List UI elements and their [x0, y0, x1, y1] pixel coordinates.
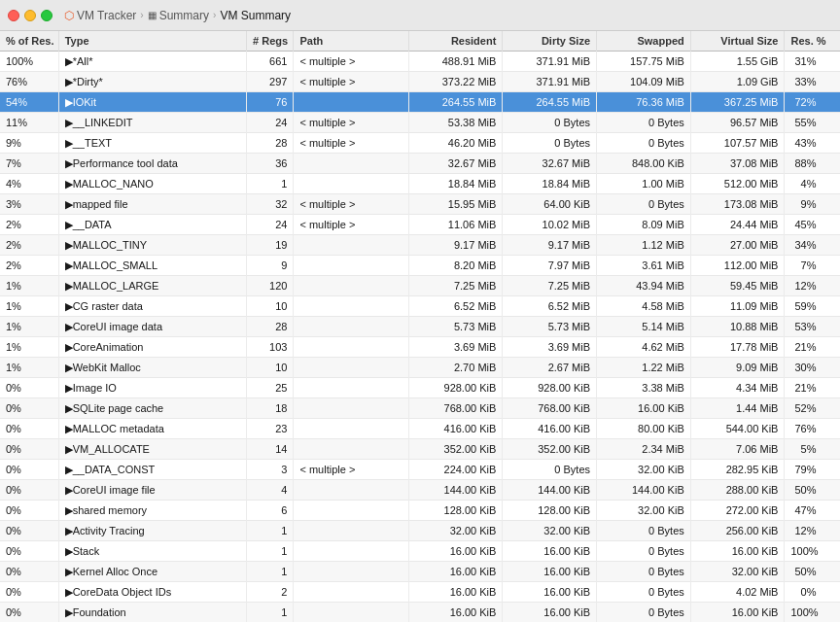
table-row[interactable]: 54%▶IOKit76264.55 MiB264.55 MiB76.36 MiB…	[0, 92, 840, 113]
cell-virtual: 96.57 MiB	[690, 113, 785, 133]
cell-regs: 120	[247, 276, 294, 296]
table-row[interactable]: 2%▶MALLOC_SMALL98.20 MiB7.97 MiB3.61 MiB…	[0, 256, 840, 276]
table-row[interactable]: 1%▶CoreUI image data285.73 MiB5.73 MiB5.…	[0, 317, 840, 337]
table-row[interactable]: 76%▶*Dirty*297< multiple >373.22 MiB371.…	[0, 72, 840, 92]
res-bar-label: 12%	[790, 278, 816, 294]
cell-type: ▶IOKit	[58, 92, 246, 113]
col-header-res-bar[interactable]: Res. %	[785, 31, 840, 52]
cell-path: < multiple >	[294, 194, 408, 215]
traffic-lights	[8, 10, 52, 21]
table-row[interactable]: 0%▶VM_ALLOCATE14352.00 KiB352.00 KiB2.34…	[0, 439, 840, 460]
table-row[interactable]: 2%▶MALLOC_TINY199.17 MiB9.17 MiB1.12 MiB…	[0, 235, 840, 256]
cell-res-bar: 100%	[785, 541, 840, 562]
cell-path	[294, 439, 408, 460]
cell-virtual: 112.00 MiB	[690, 256, 785, 276]
breadcrumb-app[interactable]: ⬡ VM Tracker	[64, 9, 136, 22]
table-row[interactable]: 0%▶Image IO25928.00 KiB928.00 KiB3.38 Mi…	[0, 378, 840, 398]
col-header-res-pct[interactable]: % of Res. ▼	[0, 31, 58, 52]
cell-dirty: 9.17 MiB	[503, 235, 597, 256]
table-row[interactable]: 0%▶Foundation116.00 KiB16.00 KiB0 Bytes1…	[0, 603, 840, 623]
table-row[interactable]: 2%▶__DATA24< multiple >11.06 MiB10.02 Mi…	[0, 215, 840, 235]
cell-path	[294, 235, 408, 256]
cell-type: ▶MALLOC metadata	[58, 419, 246, 439]
table-row[interactable]: 4%▶MALLOC_NANO118.84 MiB18.84 MiB1.00 Mi…	[0, 174, 840, 194]
table-row[interactable]: 0%▶Kernel Alloc Once116.00 KiB16.00 KiB0…	[0, 562, 840, 582]
cell-dirty: 7.25 MiB	[503, 276, 597, 296]
cell-swapped: 0 Bytes	[597, 521, 691, 541]
table-row[interactable]: 1%▶CoreAnimation1033.69 MiB3.69 MiB4.62 …	[0, 337, 840, 358]
cell-res-bar: 72%	[785, 92, 840, 113]
cell-dirty: 144.00 KiB	[503, 480, 597, 501]
cell-res-pct: 0%	[0, 419, 58, 439]
cell-type: ▶Foundation	[58, 603, 246, 623]
cell-dirty: 416.00 KiB	[503, 419, 597, 439]
cell-path	[294, 358, 408, 378]
table-row[interactable]: 11%▶__LINKEDIT24< multiple >53.38 MiB0 B…	[0, 113, 840, 133]
cell-virtual: 10.88 MiB	[690, 317, 785, 337]
cell-regs: 2	[247, 582, 294, 603]
col-header-swapped[interactable]: Swapped	[597, 31, 691, 52]
cell-regs: 1	[247, 541, 294, 562]
col-header-path[interactable]: Path	[294, 31, 408, 52]
close-button[interactable]	[8, 10, 19, 21]
cell-dirty: 16.00 KiB	[503, 603, 597, 623]
table-row[interactable]: 0%▶Activity Tracing132.00 KiB32.00 KiB0 …	[0, 521, 840, 541]
cell-path	[294, 603, 408, 623]
col-header-regs[interactable]: # Regs	[247, 31, 294, 52]
cell-resident: 8.20 MiB	[408, 256, 503, 276]
table-row[interactable]: 0%▶CoreData Object IDs216.00 KiB16.00 Ki…	[0, 582, 840, 603]
cell-resident: 18.84 MiB	[408, 174, 503, 194]
cell-dirty: 7.97 MiB	[503, 256, 597, 276]
table-row[interactable]: 0%▶CoreUI image file4144.00 KiB144.00 Ki…	[0, 480, 840, 501]
col-header-type[interactable]: Type	[58, 31, 246, 52]
res-bar-label: 50%	[790, 564, 816, 579]
table-row[interactable]: 9%▶__TEXT28< multiple >46.20 MiB0 Bytes0…	[0, 133, 840, 154]
cell-swapped: 76.36 MiB	[597, 92, 691, 113]
maximize-button[interactable]	[41, 10, 52, 21]
table-container[interactable]: % of Res. ▼ Type # Regs Path Resident Di…	[0, 31, 840, 622]
res-bar-label: 47%	[790, 502, 816, 518]
cell-type: ▶CoreAnimation	[58, 337, 246, 358]
cell-type: ▶__LINKEDIT	[58, 113, 246, 133]
cell-type: ▶CoreData Object IDs	[58, 582, 246, 603]
cell-type: ▶__DATA	[58, 215, 246, 235]
breadcrumb-summary[interactable]: ▦ Summary	[148, 9, 209, 22]
cell-swapped: 16.00 KiB	[597, 398, 691, 419]
cell-resident: 128.00 KiB	[408, 501, 503, 521]
table-row[interactable]: 0%▶SQLite page cache18768.00 KiB768.00 K…	[0, 398, 840, 419]
table-row[interactable]: 0%▶shared memory6128.00 KiB128.00 KiB32.…	[0, 501, 840, 521]
res-bar-container: 5%	[790, 441, 834, 457]
cell-res-pct: 0%	[0, 562, 58, 582]
cell-virtual: 282.95 KiB	[690, 460, 785, 480]
col-header-virtual[interactable]: Virtual Size	[690, 31, 785, 52]
cell-virtual: 4.34 MiB	[690, 378, 785, 398]
res-bar-container: 31%	[790, 53, 834, 69]
table-row[interactable]: 3%▶mapped file32< multiple >15.95 MiB64.…	[0, 194, 840, 215]
table-row[interactable]: 0%▶Stack116.00 KiB16.00 KiB0 Bytes16.00 …	[0, 541, 840, 562]
table-row[interactable]: 1%▶WebKit Malloc102.70 MiB2.67 MiB1.22 M…	[0, 358, 840, 378]
cell-res-bar: 0%	[785, 582, 840, 603]
table-row[interactable]: 0%▶__DATA_CONST3< multiple >224.00 KiB0 …	[0, 460, 840, 480]
cell-dirty: 0 Bytes	[503, 113, 597, 133]
col-header-virtual-label: Virtual Size	[720, 35, 778, 47]
cell-type: ▶MALLOC_LARGE	[58, 276, 246, 296]
cell-virtual: 9.09 MiB	[690, 358, 785, 378]
cell-res-bar: 52%	[785, 398, 840, 419]
cell-type: ▶CoreUI image file	[58, 480, 246, 501]
cell-dirty: 10.02 MiB	[503, 215, 597, 235]
breadcrumb-summary-label: Summary	[159, 9, 209, 22]
cell-regs: 24	[247, 215, 294, 235]
col-header-resident[interactable]: Resident	[408, 31, 503, 52]
col-header-dirty[interactable]: Dirty Size	[503, 31, 597, 52]
table-row[interactable]: 0%▶MALLOC metadata23416.00 KiB416.00 KiB…	[0, 419, 840, 439]
res-bar-label: 100%	[790, 605, 818, 620]
res-bar-container: 88%	[790, 156, 834, 171]
cell-virtual: 1.09 GiB	[690, 72, 785, 92]
table-row[interactable]: 100%▶*All*661< multiple >488.91 MiB371.9…	[0, 52, 840, 72]
table-row[interactable]: 1%▶MALLOC_LARGE1207.25 MiB7.25 MiB43.94 …	[0, 276, 840, 296]
cell-path	[294, 276, 408, 296]
table-row[interactable]: 7%▶Performance tool data3632.67 MiB32.67…	[0, 154, 840, 174]
cell-swapped: 5.14 MiB	[597, 317, 691, 337]
table-row[interactable]: 1%▶CG raster data106.52 MiB6.52 MiB4.58 …	[0, 296, 840, 317]
minimize-button[interactable]	[24, 10, 36, 21]
